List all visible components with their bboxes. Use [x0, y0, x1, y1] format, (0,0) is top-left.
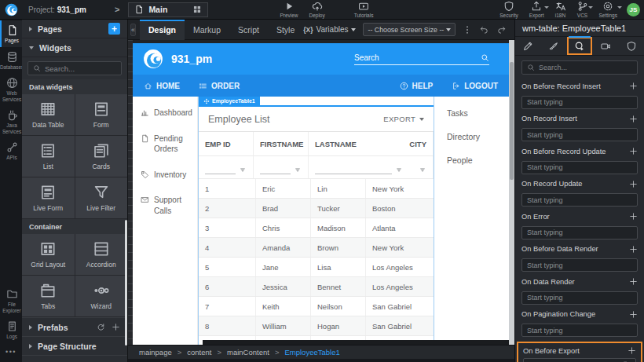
- pages-section-header[interactable]: Pages +: [22, 20, 127, 38]
- properties-panel-tab[interactable]: [515, 37, 541, 55]
- events-search[interactable]: [521, 60, 638, 75]
- app-left-nav-item[interactable]: Pending Orders: [141, 133, 192, 155]
- breadcrumb-item[interactable]: mainpage: [139, 348, 187, 357]
- event-handler-input[interactable]: [521, 128, 638, 141]
- app-nav-item[interactable]: ORDER: [199, 82, 240, 90]
- app-nav-item[interactable]: LOGOUT: [452, 82, 498, 90]
- widget-tile[interactable]: Data Table: [22, 94, 75, 135]
- app-right-list-item[interactable]: Tasks: [447, 108, 509, 118]
- events-search-input[interactable]: [539, 64, 632, 71]
- column-filter-cell[interactable]: [409, 156, 434, 178]
- sidebar-item[interactable]: Web Services: [0, 73, 22, 105]
- sidebar-item[interactable]: Databases: [0, 47, 22, 74]
- wavemaker-logo-icon[interactable]: [0, 3, 22, 16]
- topbar-action[interactable]: Tutorials: [354, 1, 374, 18]
- widget-tile[interactable]: Tabs: [22, 276, 75, 316]
- table-row[interactable]: 6 Jessica Bennet Los Angeles: [199, 277, 434, 297]
- datatable-widget[interactable]: EmployeeTable1 Employee List EXPORT: [198, 97, 434, 345]
- table-row[interactable]: 8 William Hogan San Gabriel: [199, 316, 434, 336]
- column-header[interactable]: LASTNAME: [309, 132, 403, 155]
- canvas-scrollbar[interactable]: [509, 40, 514, 345]
- app-header[interactable]: 931_pm Search: [133, 43, 509, 75]
- add-event-icon[interactable]: [629, 245, 638, 254]
- sidebar-item[interactable]: Pages: [0, 20, 22, 47]
- app-left-nav-item[interactable]: Inventory: [141, 170, 192, 181]
- column-filter-cell[interactable]: [309, 156, 409, 178]
- widget-tile[interactable]: Grid Layout: [22, 234, 75, 275]
- table-row[interactable]: 5 Jane Lisa Los Angeles: [199, 258, 434, 277]
- topbar-action[interactable]: i18N: [555, 1, 566, 18]
- breadcrumb-item[interactable]: mainContent: [227, 348, 284, 357]
- breadcrumb-active-item[interactable]: EmployeeTable1: [284, 348, 339, 357]
- app-right-list-item[interactable]: Directory: [447, 132, 509, 141]
- widget-tile[interactable]: List: [22, 136, 75, 177]
- add-event-icon[interactable]: [629, 115, 638, 123]
- collapse-left-panel-button[interactable]: «: [130, 24, 136, 36]
- canvas-mode-tab[interactable]: Markup: [185, 20, 229, 40]
- canvas-mode-tab[interactable]: Design: [140, 20, 185, 40]
- add-event-icon[interactable]: [629, 82, 638, 90]
- widget-tile[interactable]: Cards: [75, 136, 128, 177]
- add-page-button[interactable]: +: [108, 23, 120, 35]
- grid-icon[interactable]: [192, 5, 202, 14]
- sidebar-item[interactable]: APIs: [0, 137, 22, 164]
- add-event-icon[interactable]: [629, 180, 638, 188]
- filter-input-underline[interactable]: [315, 165, 392, 174]
- widget-tile[interactable]: Accordion: [75, 234, 128, 275]
- scrollbar-thumb[interactable]: [510, 62, 514, 180]
- filter-icon[interactable]: [395, 166, 403, 174]
- redo-icon[interactable]: [496, 24, 507, 35]
- more-options-icon[interactable]: [463, 25, 472, 35]
- properties-panel-tab[interactable]: [618, 37, 644, 55]
- column-header[interactable]: EMP ID: [199, 132, 254, 155]
- topbar-action[interactable]: Settings: [599, 1, 618, 18]
- event-handler-input[interactable]: [521, 324, 638, 337]
- widget-tile[interactable]: Live Form: [22, 177, 75, 218]
- add-event-icon[interactable]: [629, 212, 638, 221]
- widget-tile[interactable]: Wizard: [75, 276, 128, 316]
- filter-input-underline[interactable]: [205, 165, 236, 174]
- add-event-icon[interactable]: [629, 310, 638, 319]
- event-handler-input[interactable]: [521, 226, 638, 240]
- canvas-mode-tab[interactable]: Style: [268, 20, 303, 40]
- add-event-icon[interactable]: [629, 277, 638, 286]
- filter-input-underline[interactable]: [260, 165, 291, 174]
- widget-search[interactable]: [27, 61, 122, 75]
- add-event-icon[interactable]: [628, 346, 636, 355]
- topbar-action[interactable]: Security: [499, 1, 518, 18]
- event-handler-input[interactable]: [521, 193, 638, 207]
- properties-panel-tab[interactable]: [592, 37, 618, 55]
- sidebar-item[interactable]: File Explorer: [0, 284, 22, 316]
- column-filter-cell[interactable]: [254, 156, 309, 178]
- add-prefab-icon[interactable]: [112, 323, 120, 331]
- topbar-action[interactable]: VCS: [577, 1, 588, 18]
- column-filter-cell[interactable]: [199, 156, 254, 178]
- topbar-action[interactable]: Deploy: [309, 1, 325, 18]
- page-structure-section-header[interactable]: Page Structure: [22, 336, 127, 355]
- widget-tile[interactable]: Live Filter: [75, 177, 128, 218]
- widgets-section-header[interactable]: Widgets: [22, 38, 127, 57]
- sidebar-item[interactable]: Java Services: [0, 105, 22, 137]
- table-row[interactable]: 7 Keith Neilson San Gabriel: [199, 297, 434, 316]
- sidebar-more-button[interactable]: •••: [0, 343, 22, 362]
- properties-panel-tab[interactable]: [541, 37, 567, 55]
- avatar[interactable]: JS: [627, 3, 640, 16]
- add-event-icon[interactable]: [629, 147, 638, 155]
- app-search-field[interactable]: Search: [354, 53, 489, 65]
- event-handler-input[interactable]: [521, 258, 638, 272]
- undo-icon[interactable]: [479, 24, 489, 35]
- breadcrumb-item[interactable]: content: [187, 348, 227, 357]
- topbar-action[interactable]: Preview: [280, 1, 298, 18]
- app-left-nav-item[interactable]: Dashboard: [141, 108, 192, 119]
- app-nav-item[interactable]: HELP: [400, 82, 434, 90]
- filter-icon[interactable]: [294, 166, 302, 174]
- column-header[interactable]: FIRSTNAME: [254, 132, 309, 155]
- table-row[interactable]: 1 Eric Lin New York: [199, 179, 434, 199]
- filter-icon[interactable]: [239, 166, 247, 174]
- column-header[interactable]: CITY: [403, 132, 434, 155]
- panel-scrollbar[interactable]: [125, 220, 127, 346]
- prefabs-section-header[interactable]: Prefabs: [22, 317, 127, 336]
- page-selector[interactable]: Main: [128, 2, 208, 17]
- table-row[interactable]: 2 Brad Tucker Boston: [199, 199, 434, 218]
- refresh-icon[interactable]: [97, 323, 105, 331]
